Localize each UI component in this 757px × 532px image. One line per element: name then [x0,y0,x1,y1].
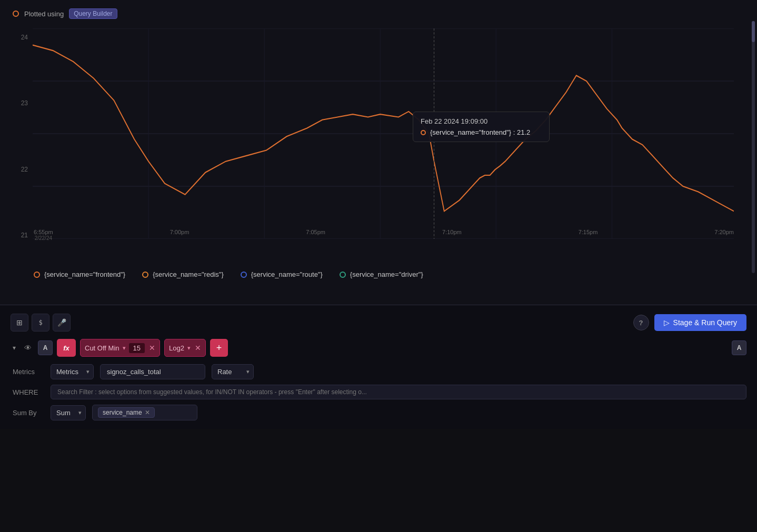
log2-chevron: ▾ [187,345,191,352]
plotted-header: Plotted using Query Builder [13,8,744,19]
query-section: ⊞ $ 🎤 ? ▷ Stage & Run Query ▾ 👁 A f [0,305,757,429]
legend-dot-redis [142,272,148,278]
mic-icon-button[interactable]: 🎤 [53,314,71,332]
chart-scrollbar[interactable] [752,21,755,273]
cut-off-min-chevron: ▾ [123,345,126,352]
plotted-dot [13,11,19,17]
y-label-22: 22 [21,166,28,173]
legend-dot-driver [340,272,346,278]
legend-label-route: {service_name="route"} [251,270,323,278]
legend-label-redis: {service_name="redis"} [153,270,224,278]
chart-scrollbar-thumb [752,21,755,42]
legend-route: {service_name="route"} [241,270,323,278]
query-builder-badge[interactable]: Query Builder [69,8,117,19]
terminal-icon-button[interactable]: $ [32,314,49,332]
legend-label-driver: {service_name="driver"} [350,270,423,278]
legend-dot-frontend [34,272,40,278]
cut-off-min-pill[interactable]: Cut Off Min ▾ 15 ✕ [80,339,160,357]
x-label-700: 7:00pm [170,229,190,241]
grid-icon-button[interactable]: ⊞ [11,314,28,332]
mic-icon: 🎤 [57,318,66,327]
y-label-24: 24 [21,34,28,41]
sumby-agg-select[interactable]: Sum Avg [51,405,86,420]
x-label-710: 7:10pm [442,229,462,241]
x-label-655: 6:55pm 2/22/24 [34,229,53,241]
cut-off-min-close[interactable]: ✕ [149,344,155,352]
sumby-agg-dropdown-wrapper[interactable]: Sum Avg [51,405,86,420]
query-label-a-right-text: A [737,344,742,352]
chart-section: Plotted using Query Builder 24 23 22 21 [0,0,757,305]
sumby-row: Sum By Sum Avg service_name ✕ [11,405,746,420]
rate-dropdown-wrapper[interactable]: Rate Sum Avg Min Max [212,364,254,379]
sumby-tags[interactable]: service_name ✕ [92,405,197,420]
cut-off-min-label: Cut Off Min [85,344,119,352]
metrics-label: Metrics [13,368,44,376]
play-icon: ▷ [664,318,670,327]
y-axis: 24 23 22 21 [13,34,31,239]
terminal-icon: $ [38,319,42,326]
stage-run-label: Stage & Run Query [673,318,737,327]
y-label-21: 21 [21,232,28,239]
grid-icon: ⊞ [16,318,23,327]
add-filter-button[interactable]: + [210,339,228,357]
sumby-label: Sum By [13,409,44,417]
query-label-a-right: A [732,340,746,355]
chart-area: 24 23 22 21 6:55pm [13,23,744,265]
legend-frontend: {service_name="frontend"} [34,270,125,278]
help-button[interactable]: ? [633,315,649,330]
stage-run-button[interactable]: ▷ Stage & Run Query [654,314,746,331]
legend-dot-route [241,272,247,278]
fx-button[interactable]: fx [57,339,76,357]
where-row: WHERE [11,385,746,399]
x-label-715: 7:15pm [579,229,598,241]
query-row: ▾ 👁 A fx Cut Off Min ▾ 15 ✕ Log2 ▾ ✕ + A [11,339,746,357]
x-label-720: 7:20pm [714,229,734,241]
query-label-a-text: A [43,344,48,352]
metrics-name-input[interactable] [100,364,205,379]
help-icon: ? [639,319,643,327]
chart-svg [33,28,734,239]
cut-off-min-value[interactable]: 15 [129,343,145,353]
x-label-705: 7:05pm [306,229,325,241]
tag-label: service_name [103,409,142,416]
x-axis: 6:55pm 2/22/24 7:00pm 7:05pm 7:10pm 7:15… [34,229,734,241]
metrics-type-dropdown-wrapper[interactable]: Metrics Logs Traces [51,364,94,379]
y-label-23: 23 [21,99,28,107]
toolbar-right: ? ▷ Stage & Run Query [633,314,746,331]
service-name-tag[interactable]: service_name ✕ [98,407,155,418]
eye-button[interactable]: 👁 [22,342,34,354]
plus-icon: + [216,343,222,354]
legend-label-frontend: {service_name="frontend"} [44,270,125,278]
log2-label: Log2 [169,344,184,352]
query-toolbar: ⊞ $ 🎤 ? ▷ Stage & Run Query [11,314,746,332]
tag-close-icon[interactable]: ✕ [145,409,150,416]
collapse-button[interactable]: ▾ [11,342,18,354]
rate-select[interactable]: Rate Sum Avg Min Max [212,364,254,379]
log2-close[interactable]: ✕ [195,344,201,352]
where-filter-input[interactable] [51,385,746,399]
fx-icon: fx [63,344,69,352]
legend-driver: {service_name="driver"} [340,270,423,278]
query-label-a[interactable]: A [38,340,53,355]
legend-redis: {service_name="redis"} [142,270,224,278]
log2-pill[interactable]: Log2 ▾ ✕ [164,339,206,357]
metrics-row: Metrics Metrics Logs Traces Rate Sum Avg… [11,364,746,379]
toolbar-left: ⊞ $ 🎤 [11,314,71,332]
plotted-using-label: Plotted using [24,10,64,18]
metrics-type-select[interactable]: Metrics Logs Traces [51,364,94,379]
chart-legends: {service_name="frontend"} {service_name=… [13,265,744,286]
where-label: WHERE [13,388,44,396]
